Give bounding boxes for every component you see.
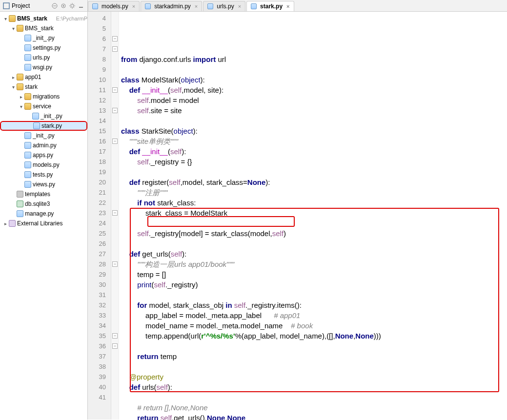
pyfile-icon [24, 35, 31, 41]
tree-item-tests-py[interactable]: tests.py [0, 170, 87, 180]
tree-item-apps-py[interactable]: apps.py [0, 150, 87, 160]
expand-icon[interactable]: ▾ [10, 26, 17, 31]
project-title: Project [12, 2, 30, 9]
highlight-box-method [130, 208, 499, 392]
tree-label: settings.py [33, 44, 87, 51]
code-line[interactable] [121, 116, 507, 126]
code-line[interactable]: """注册""" [121, 187, 507, 198]
code-line[interactable]: if not stark_class: [121, 198, 507, 208]
code-line[interactable]: """site单例类""" [121, 136, 507, 146]
tree-label: BMS_stark [25, 25, 87, 32]
code-line[interactable]: from django.conf.urls import url [121, 54, 507, 64]
folder-open-icon [9, 15, 16, 22]
folder-open-icon [24, 93, 31, 100]
line-number: 4 [88, 13, 111, 23]
tree-item-BMS_stark[interactable]: ▾BMS_starkE:\PycharmP [0, 14, 87, 23]
folder-open-icon [17, 83, 23, 90]
tree-label: stark [25, 83, 87, 90]
expand-icon[interactable]: ▸ [18, 94, 24, 100]
code-line[interactable]: class StarkSite(object): [121, 126, 507, 136]
python-file-icon [251, 3, 257, 9]
close-icon[interactable]: × [132, 3, 135, 9]
python-file-icon [207, 3, 213, 9]
svg-point-4 [63, 5, 64, 6]
line-number: 19 [88, 167, 111, 177]
tree-item-_init_-py[interactable]: _init_.py [0, 33, 87, 43]
line-number: 25 [88, 228, 111, 239]
line-number: 24 [88, 218, 111, 228]
tab-label: urls.py [217, 3, 234, 10]
code-line[interactable]: # return [],None,None [121, 402, 507, 413]
expand-icon[interactable]: ▸ [10, 75, 17, 80]
python-file-icon [92, 3, 98, 9]
line-number: 35 [88, 331, 111, 341]
tab-starkadmin-py[interactable]: starkadmin.py× [141, 1, 202, 11]
tree-item-stark-py[interactable]: stark.py [0, 121, 87, 131]
tree-label: tests.py [33, 171, 87, 178]
tree-item-db-sqlite3[interactable]: db.sqlite3 [0, 199, 87, 209]
code-editor[interactable]: 4567891011121314151617181920212223242526… [88, 12, 507, 420]
code-area[interactable]: from django.conf.urls import urlclass Mo… [111, 12, 507, 420]
tree-item-migrations[interactable]: ▸migrations [0, 92, 87, 101]
tree-item-External Libraries[interactable]: ▸External Libraries [0, 219, 87, 228]
project-tree[interactable]: ▾BMS_starkE:\PycharmP▾BMS_stark_init_.py… [0, 12, 88, 420]
code-line[interactable]: self._registry = {} [121, 157, 507, 167]
tree-item-wsgi-py[interactable]: wsgi.py [0, 62, 87, 72]
close-icon[interactable]: × [286, 3, 289, 9]
tree-item-settings-py[interactable]: settings.py [0, 43, 87, 53]
expand-icon[interactable]: ▾ [10, 84, 17, 90]
code-line[interactable]: self.site = site [121, 105, 507, 116]
pyfile-icon [32, 113, 39, 120]
target-icon[interactable] [60, 2, 67, 9]
line-number: 14 [88, 116, 111, 126]
tab-models-py[interactable]: models.py× [88, 1, 140, 11]
line-number: 16 [88, 136, 111, 146]
tree-label: models.py [33, 161, 87, 168]
project-icon [3, 2, 10, 9]
tree-item-templates[interactable]: templates [0, 189, 87, 199]
tab-urls-py[interactable]: urls.py× [203, 1, 245, 11]
minimize-icon[interactable] [78, 2, 84, 9]
code-line[interactable] [121, 64, 507, 75]
close-icon[interactable]: × [238, 3, 241, 9]
code-line[interactable]: self.model = model [121, 95, 507, 105]
folder-open-icon [17, 25, 23, 32]
collapse-icon[interactable] [51, 2, 58, 9]
tab-stark-py[interactable]: stark.py× [246, 1, 294, 11]
tree-item-_init_-py[interactable]: _init_.py [0, 131, 87, 140]
expand-icon[interactable]: ▾ [18, 104, 24, 109]
close-icon[interactable]: × [195, 3, 198, 9]
code-line[interactable] [121, 167, 507, 177]
expand-icon[interactable]: ▸ [2, 221, 9, 226]
tree-item-stark[interactable]: ▾stark [0, 82, 87, 92]
line-number: 26 [88, 239, 111, 249]
gear-icon[interactable] [69, 2, 76, 9]
code-line[interactable]: def register(self,model, stark_class=Non… [121, 177, 507, 187]
tree-label: apps.py [33, 152, 87, 159]
tree-item-app01[interactable]: ▸app01 [0, 72, 87, 82]
tree-item-models-py[interactable]: models.py [0, 160, 87, 170]
tree-item-views-py[interactable]: views.py [0, 180, 87, 189]
line-number: 12 [88, 95, 111, 105]
tree-item-admin-py[interactable]: admin.py [0, 140, 87, 150]
code-line[interactable]: return self.get_urls(),None,None [121, 413, 507, 420]
expand-icon[interactable]: ▾ [2, 16, 9, 21]
tree-label: service [33, 103, 87, 110]
tree-item-BMS_stark[interactable]: ▾BMS_stark [0, 23, 87, 33]
code-line[interactable]: class ModelStark(object): [121, 75, 507, 85]
tree-label: templates [25, 191, 87, 198]
editor-tabs: models.py×starkadmin.py×urls.py×stark.py… [88, 0, 295, 11]
line-number: 9 [88, 64, 111, 75]
tree-item-manage-py[interactable]: manage.py [0, 209, 87, 219]
line-number: 7 [88, 44, 111, 54]
pyfile-icon [24, 142, 31, 149]
tree-item-service[interactable]: ▾service [0, 101, 87, 111]
code-line[interactable]: def __init__(self,model, site): [121, 85, 507, 95]
tree-item-urls-py[interactable]: urls.py [0, 53, 87, 62]
pyfile-icon [24, 44, 31, 51]
tree-item-_init_-py[interactable]: _init_.py [0, 111, 87, 121]
code-line[interactable] [121, 392, 507, 402]
code-line[interactable]: def __init__(self): [121, 146, 507, 157]
line-number: 34 [88, 320, 111, 331]
pyfile-icon [24, 161, 31, 168]
